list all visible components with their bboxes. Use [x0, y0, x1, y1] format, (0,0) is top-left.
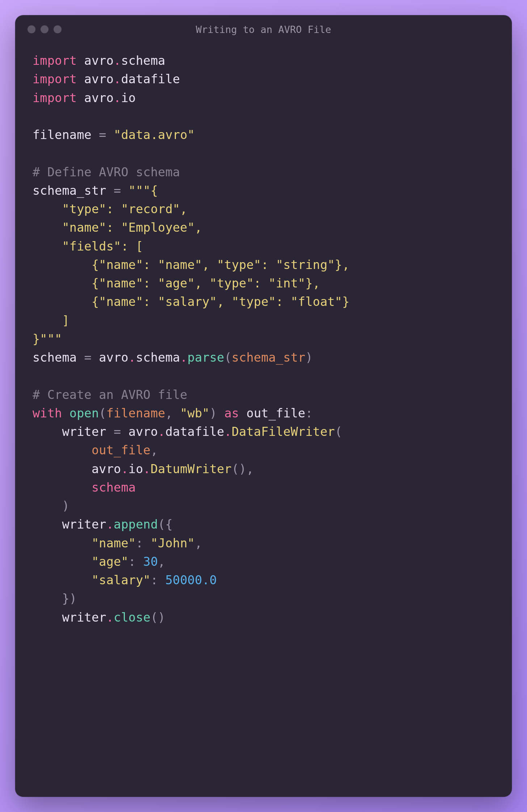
code-token: avro	[77, 72, 114, 86]
code-token	[62, 406, 69, 420]
code-line: "fields": [	[33, 237, 494, 256]
code-token: "type": "record",	[33, 202, 187, 216]
code-token: out_file	[239, 406, 305, 420]
code-token: schema	[92, 480, 136, 495]
code-token: "name"	[92, 536, 136, 550]
code-token: "John"	[151, 536, 195, 550]
code-line: "name": "Employee",	[33, 218, 494, 237]
code-token: .	[158, 425, 165, 439]
code-token: (	[99, 406, 106, 420]
code-token: # Define AVRO schema	[33, 165, 180, 179]
code-token: .	[224, 425, 232, 439]
code-token: schema	[33, 350, 84, 365]
code-token: ()	[151, 610, 165, 624]
code-token: import	[33, 72, 77, 86]
code-token: # Create an AVRO file	[33, 388, 187, 402]
code-token: {"name": "salary", "type": "float"}	[33, 295, 350, 309]
code-token: parse	[187, 350, 224, 365]
code-token: .	[106, 517, 114, 531]
code-line: writer.append({	[33, 515, 494, 534]
code-token: filename	[33, 128, 99, 142]
code-token: as	[224, 406, 239, 420]
code-line: filename = "data.avro"	[33, 126, 494, 144]
code-line: with open(filename, "wb") as out_file:	[33, 404, 494, 422]
maximize-icon[interactable]	[54, 25, 62, 33]
code-line: "age": 30,	[33, 552, 494, 571]
code-token: avro	[121, 425, 158, 439]
code-token: avro	[92, 350, 128, 365]
code-token: DatumWriter	[151, 462, 232, 476]
code-token: :	[128, 555, 143, 569]
code-token: writer	[33, 517, 106, 531]
code-line: "salary": 50000.0	[33, 571, 494, 589]
code-token: {"name": "age", "type": "int"},	[33, 276, 320, 290]
code-token	[33, 499, 62, 513]
code-token: "data.avro"	[114, 128, 195, 142]
code-token: avro	[33, 462, 121, 476]
code-token: avro	[77, 91, 114, 105]
close-icon[interactable]	[28, 25, 35, 33]
code-token: io	[121, 91, 136, 105]
code-token: 50000.0	[165, 573, 217, 587]
code-line	[33, 144, 494, 163]
code-token: datafile	[121, 72, 180, 86]
code-token: ({	[158, 517, 173, 531]
code-token: )	[210, 406, 217, 420]
code-token: out_file	[92, 443, 151, 457]
code-token	[33, 592, 62, 606]
code-token	[121, 184, 128, 198]
code-line: "type": "record",	[33, 200, 494, 218]
code-token: DataFileWriter	[232, 425, 335, 439]
code-token: """{	[128, 184, 158, 198]
code-token: import	[33, 91, 77, 105]
code-token: .	[180, 350, 187, 365]
code-token: .	[143, 462, 151, 476]
code-token: =	[84, 350, 92, 365]
code-block: import avro.schemaimport avro.datafileim…	[15, 37, 512, 644]
code-line: schema = avro.schema.parse(schema_str)	[33, 348, 494, 367]
code-token: writer	[33, 425, 114, 439]
code-token: =	[114, 425, 121, 439]
code-token: })	[62, 592, 77, 606]
traffic-lights	[28, 25, 62, 33]
code-token: )	[305, 350, 313, 365]
code-line: out_file,	[33, 441, 494, 459]
titlebar: Writing to an AVRO File	[15, 15, 512, 37]
code-line: # Create an AVRO file	[33, 386, 494, 404]
code-token: schema_str	[33, 184, 114, 198]
code-token	[33, 480, 92, 495]
window-title: Writing to an AVRO File	[15, 24, 512, 35]
code-token: )	[62, 499, 69, 513]
code-line: }"""	[33, 330, 494, 348]
code-token: "fields": [	[33, 239, 143, 253]
code-token: .	[114, 72, 121, 86]
code-line: # Define AVRO schema	[33, 163, 494, 181]
code-token: writer	[33, 610, 106, 624]
code-token: ,	[151, 443, 158, 457]
code-token: .	[114, 54, 121, 68]
code-token: close	[114, 610, 151, 624]
code-token: "salary"	[92, 573, 151, 587]
code-token: 30	[143, 555, 158, 569]
code-token: ,	[165, 406, 180, 420]
code-window: Writing to an AVRO File import avro.sche…	[15, 15, 512, 797]
code-token: .	[128, 350, 136, 365]
code-token: with	[33, 406, 62, 420]
code-token: "wb"	[180, 406, 209, 420]
minimize-icon[interactable]	[41, 25, 49, 33]
code-token: filename	[106, 406, 165, 420]
code-token: (	[335, 425, 342, 439]
code-token	[106, 128, 114, 142]
code-token: ,	[158, 555, 165, 569]
code-token: schema	[136, 350, 180, 365]
code-token	[33, 555, 92, 569]
code-line: {"name": "age", "type": "int"},	[33, 274, 494, 293]
code-token: {"name": "name", "type": "string"},	[33, 258, 350, 272]
code-line: import avro.io	[33, 89, 494, 107]
code-token	[33, 536, 92, 550]
code-token: schema	[121, 54, 165, 68]
code-token: ,	[195, 536, 202, 550]
code-line: {"name": "name", "type": "string"},	[33, 256, 494, 274]
code-token: =	[114, 184, 121, 198]
code-line: ]	[33, 311, 494, 330]
